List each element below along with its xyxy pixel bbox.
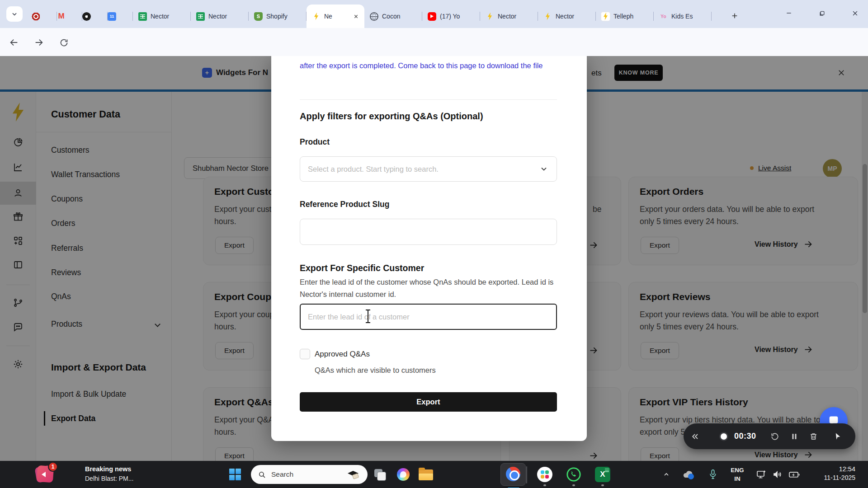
product-select[interactable]: Select a product. Start typing to search… <box>300 156 557 182</box>
browser-tab[interactable]: (17) Yo <box>422 5 480 28</box>
language-line2: IN <box>727 474 748 483</box>
browser-tab[interactable]: S Shopify <box>249 5 307 28</box>
tab-favicon: Yo <box>659 12 668 21</box>
news-glyph <box>42 472 46 477</box>
whatsapp-running-dot <box>572 484 575 486</box>
chrome-taskbar-button[interactable] <box>500 463 526 486</box>
tab-favicon <box>138 12 147 21</box>
modal-note: after the export is completed. Come back… <box>300 60 560 72</box>
onedrive-tray-icon[interactable] <box>682 469 695 480</box>
taskbar: 1 Breaking news Delhi Blast: PM... Searc… <box>0 461 868 488</box>
browser-tab[interactable]: Yo Kids Es <box>654 5 712 28</box>
back-button[interactable] <box>6 37 22 48</box>
window-minimize-button[interactable] <box>781 6 797 20</box>
task-view-button[interactable] <box>374 469 386 481</box>
forward-icon <box>34 38 44 47</box>
pause-icon <box>790 432 798 441</box>
browser-tab[interactable]: Nector <box>191 5 249 28</box>
tab-search-button[interactable] <box>6 6 23 22</box>
close-icon <box>852 10 859 17</box>
export-qnas-modal: after the export is completed. Come back… <box>271 56 587 441</box>
tray-expand-button[interactable] <box>663 471 670 478</box>
news-title[interactable]: Breaking news <box>85 465 131 473</box>
chrome-icon <box>506 467 520 481</box>
recorder-delete-button[interactable] <box>809 423 818 449</box>
speaker-icon <box>772 469 783 480</box>
browser-tab[interactable]: Nector <box>538 5 596 28</box>
browser-tab[interactable]: Ne <box>307 5 364 28</box>
clock-time: 12:54 <box>805 465 855 473</box>
browser-tab[interactable]: Nector <box>480 5 538 28</box>
browser-tab[interactable]: Telleph <box>596 5 654 28</box>
network-tray-icon[interactable] <box>756 469 767 480</box>
slack-taskbar-button[interactable] <box>537 467 552 482</box>
tab-favicon: S <box>254 12 263 21</box>
window-maximize-button[interactable] <box>814 6 830 20</box>
tab-title: Nector <box>151 13 186 20</box>
taskbar-search[interactable]: Search <box>251 465 368 484</box>
tab-title: Nector <box>208 13 244 20</box>
new-tab-button[interactable] <box>728 9 741 23</box>
file-explorer-button[interactable] <box>419 469 433 480</box>
recorder-restart-button[interactable] <box>770 423 779 449</box>
approved-qnas-label: Approved Q&As <box>315 350 370 359</box>
restart-icon <box>770 432 779 441</box>
tab-favicon <box>312 12 321 21</box>
clock-date: 11-11-2025 <box>805 474 855 481</box>
search-placeholder: Search <box>271 470 347 479</box>
tab-close-icon[interactable] <box>352 12 360 20</box>
reload-button[interactable] <box>56 37 71 48</box>
start-button[interactable] <box>229 469 241 481</box>
browser-tab[interactable]: M <box>57 5 82 28</box>
back-icon <box>9 38 19 47</box>
language-line1: ENG <box>727 466 748 474</box>
battery-charging-icon <box>788 469 801 479</box>
modal-export-button[interactable]: Export <box>300 392 557 412</box>
approved-qnas-help: Q&As which are visible to customers <box>315 366 436 375</box>
browser-tab[interactable] <box>32 5 57 28</box>
tab-favicon <box>486 12 494 21</box>
page-viewport: Widgets For N ets KNOW MORE <box>0 56 868 461</box>
recorder-click-tool-button[interactable] <box>834 423 842 449</box>
slug-input[interactable] <box>300 219 557 245</box>
news-subtitle[interactable]: Delhi Blast: PM... <box>85 475 133 482</box>
modal-divider <box>300 99 557 100</box>
copilot-button[interactable] <box>397 468 410 481</box>
microphone-tray-icon[interactable] <box>708 469 718 480</box>
chevron-down-icon <box>539 164 548 174</box>
tab-title: (17) Yo <box>440 13 476 20</box>
battery-tray-icon[interactable] <box>788 469 801 479</box>
tab-title: Shopify <box>266 13 302 20</box>
forward-button[interactable] <box>31 37 47 48</box>
lead-id-input[interactable] <box>300 304 557 330</box>
tab-title: Kids Es <box>671 13 707 20</box>
browser-tab[interactable]: Nector <box>133 5 191 28</box>
slug-label: Reference Product Slug <box>300 200 389 209</box>
tab-title: Nector <box>556 13 591 20</box>
double-chevron-left-icon <box>691 432 700 441</box>
specific-customer-help: Enter the lead id of the customer whose … <box>300 276 560 300</box>
taskbar-clock[interactable]: 12:54 11-11-2025 <box>805 465 855 481</box>
whatsapp-taskbar-button[interactable] <box>566 467 581 482</box>
window-close-button[interactable] <box>847 6 863 20</box>
recorder-pause-button[interactable] <box>790 423 798 449</box>
tab-favicon <box>370 12 378 21</box>
language-switcher[interactable]: ENG IN <box>727 466 748 483</box>
tab-favicon <box>543 12 552 21</box>
tab-title: Nector <box>498 13 533 20</box>
display-network-icon <box>756 469 767 480</box>
recorder-collapse-button[interactable] <box>691 423 700 449</box>
browser-tab[interactable]: 11 <box>108 5 133 28</box>
excel-taskbar-button[interactable]: X <box>595 467 610 482</box>
browser-toolbar: merchant.nector.io/export-data S Work <box>0 28 868 56</box>
whatsapp-icon <box>566 467 581 482</box>
screen: M 11 <box>0 0 868 488</box>
approved-qnas-checkbox[interactable] <box>300 349 310 359</box>
microphone-icon <box>708 469 718 480</box>
recorder-record-button[interactable] <box>721 423 727 449</box>
modal-filters-title: Apply filters for exporting Q&As (Option… <box>300 111 483 122</box>
browser-tab[interactable] <box>82 5 108 28</box>
volume-tray-icon[interactable] <box>772 469 783 480</box>
excel-running-dot <box>601 484 604 486</box>
browser-tab[interactable]: Cocon <box>364 5 422 28</box>
